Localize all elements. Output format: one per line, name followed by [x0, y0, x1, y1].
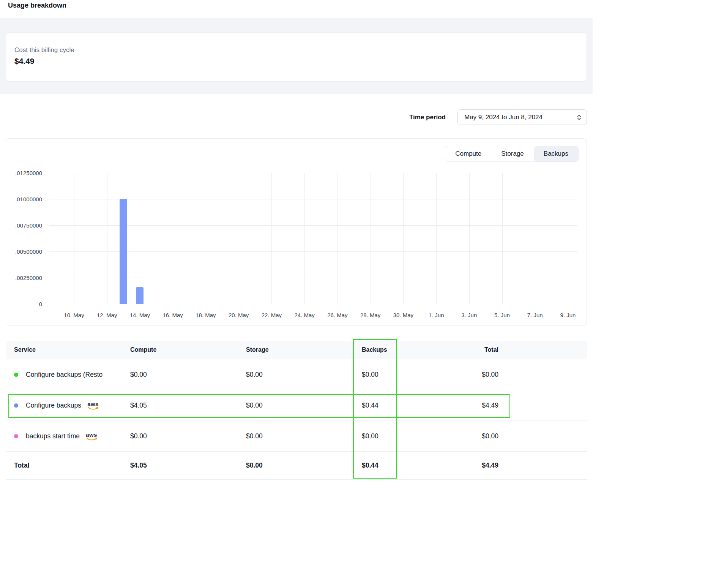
horizontal-gridline [49, 304, 577, 304]
table-total-row: Total $4.05 $0.00 $0.44 $4.49 [6, 451, 587, 479]
vertical-gridline [568, 173, 568, 304]
x-axis-tick-label: 9. Jun [560, 312, 576, 318]
time-period-row: Time period May 9, 2024 to Jun 8, 2024 [0, 109, 587, 125]
series-dot [14, 403, 18, 408]
chart-y-axis: .01250000.01000000.00750000.00500000.002… [6, 173, 42, 304]
x-axis-tick-label: 22. May [262, 312, 282, 318]
service-name: backups start time [26, 432, 80, 440]
grand-total: $4.49 [478, 462, 587, 469]
x-axis-tick-label: 18. May [196, 312, 216, 318]
chart-metric-tabs: Compute Storage Backups [445, 146, 579, 162]
column-header-backups: Backups [362, 346, 478, 353]
chart-bar [136, 287, 144, 304]
x-axis-tick-label: 30. May [393, 312, 413, 318]
total-value: $0.00 [478, 371, 587, 379]
y-axis-tick-label: .01250000 [15, 170, 42, 176]
column-header-storage: Storage [246, 346, 362, 353]
x-axis-tick-label: 3. Jun [461, 312, 477, 318]
vertical-gridline [206, 173, 206, 304]
storage-total: $0.00 [246, 462, 362, 469]
time-period-select[interactable]: May 9, 2024 to Jun 8, 2024 [457, 109, 587, 125]
x-axis-tick-label: 12. May [97, 312, 117, 318]
column-header-compute: Compute [130, 346, 246, 353]
aws-logo: aws [87, 401, 99, 410]
service-name: Configure backups (Resto [26, 371, 103, 379]
vertical-gridline [107, 173, 107, 304]
backups-value: $0.00 [362, 432, 478, 440]
vertical-gridline [502, 173, 503, 304]
y-axis-tick-label: .00500000 [15, 248, 42, 255]
table-row: Configure backups aws $4.05 $0.00 $0.44 … [6, 390, 587, 420]
cost-card-value: $4.49 [14, 57, 577, 66]
vertical-gridline [469, 173, 470, 304]
horizontal-gridline [49, 278, 577, 278]
x-axis-tick-label: 26. May [327, 312, 347, 318]
vertical-gridline [173, 173, 173, 304]
table-row: Configure backups (Resto $0.00 $0.00 $0.… [6, 359, 587, 390]
cost-summary-band: Cost this billing cycle $4.49 [0, 18, 593, 94]
table-header-row: Service Compute Storage Backups Total [6, 341, 587, 359]
usage-chart-card: Compute Storage Backups .01250000.010000… [6, 138, 587, 326]
service-name: Configure backups [26, 401, 81, 409]
x-axis-tick-label: 14. May [130, 312, 150, 318]
chart-x-axis: 10. May12. May14. May16. May18. May20. M… [49, 308, 577, 321]
vertical-gridline [436, 173, 437, 304]
x-axis-tick-label: 24. May [294, 312, 314, 318]
x-axis-tick-label: 1. Jun [429, 312, 444, 318]
total-value: $0.00 [478, 432, 587, 440]
usage-table: Service Compute Storage Backups Total Co… [6, 341, 587, 480]
backups-value: $0.44 [362, 401, 478, 409]
y-axis-tick-label: .00250000 [15, 275, 42, 281]
time-period-label: Time period [409, 114, 446, 121]
tab-compute[interactable]: Compute [445, 146, 491, 161]
chart-bar [120, 199, 127, 304]
backups-total: $0.44 [362, 462, 478, 469]
horizontal-gridline [49, 251, 577, 252]
horizontal-gridline [49, 173, 577, 173]
cost-card-label: Cost this billing cycle [14, 46, 577, 54]
vertical-gridline [337, 173, 338, 304]
time-period-value: May 9, 2024 to Jun 8, 2024 [464, 114, 543, 121]
vertical-gridline [535, 173, 535, 304]
vertical-gridline [74, 173, 74, 304]
select-chevrons-icon [576, 114, 582, 121]
vertical-gridline [140, 173, 140, 304]
series-dot [14, 434, 18, 438]
vertical-gridline [271, 173, 272, 304]
backups-value: $0.00 [362, 371, 478, 379]
vertical-gridline [304, 173, 305, 304]
chart-plot [49, 173, 577, 304]
x-axis-tick-label: 16. May [162, 312, 183, 318]
x-axis-tick-label: 10. May [64, 312, 84, 318]
total-value: $4.49 [478, 401, 587, 409]
x-axis-tick-label: 5. Jun [494, 312, 510, 318]
tab-backups[interactable]: Backups [534, 146, 578, 161]
y-axis-tick-label: .01000000 [15, 196, 42, 202]
vertical-gridline [403, 173, 404, 304]
vertical-gridline [239, 173, 239, 304]
vertical-gridline [371, 173, 371, 304]
column-header-total: Total [478, 346, 587, 353]
x-axis-tick-label: 20. May [229, 312, 249, 318]
compute-total: $4.05 [130, 462, 246, 469]
cost-card: Cost this billing cycle $4.49 [6, 32, 587, 82]
series-dot [14, 373, 18, 377]
horizontal-gridline [49, 225, 577, 226]
aws-logo: aws [86, 432, 97, 441]
horizontal-gridline [49, 199, 577, 199]
table-row: backups start time aws $0.00 $0.00 $0.00… [6, 420, 587, 451]
storage-value: $0.00 [246, 432, 362, 440]
compute-value: $0.00 [130, 371, 246, 379]
x-axis-tick-label: 28. May [360, 312, 380, 318]
y-axis-tick-label: .00750000 [15, 222, 42, 229]
page-title: Usage breakdown [8, 2, 66, 9]
column-header-service: Service [6, 346, 130, 353]
y-axis-tick-label: 0 [39, 301, 42, 307]
x-axis-tick-label: 7. Jun [527, 312, 543, 318]
compute-value: $4.05 [130, 401, 246, 409]
storage-value: $0.00 [246, 401, 362, 409]
tab-storage[interactable]: Storage [491, 146, 534, 161]
storage-value: $0.00 [246, 371, 362, 379]
total-row-label: Total [6, 462, 130, 469]
compute-value: $0.00 [130, 432, 246, 440]
